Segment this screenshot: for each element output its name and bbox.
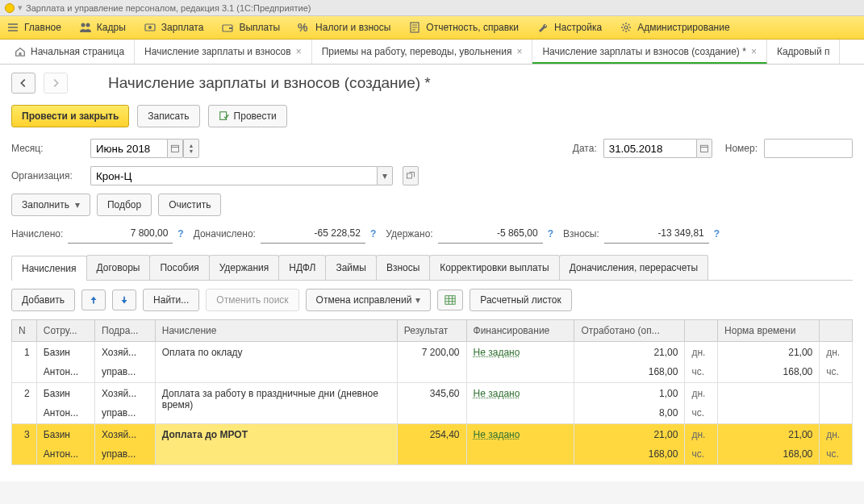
not-set-link[interactable]: Не задано [474,429,520,440]
cell-worked[interactable]: 1,008,00 [574,383,685,424]
menu-admin[interactable]: Администрирование [620,21,729,34]
help-icon[interactable]: ? [714,228,720,240]
number-input[interactable] [764,139,853,158]
cell-accrual[interactable]: Доплата до МРОТ [155,424,397,465]
accrued-label: Начислено: [11,228,63,240]
cell-n[interactable]: 1 [12,342,37,383]
find-button[interactable]: Найти... [143,289,199,311]
org-input[interactable] [90,166,377,185]
menu-otchetnost[interactable]: Отчетность, справки [408,21,519,34]
menu-nastroika[interactable]: Настройка [536,21,602,34]
cell-worked[interactable]: 21,00168,00 [574,424,685,465]
section-tab[interactable]: НДФЛ [278,255,326,280]
org-dropdown-button[interactable]: ▾ [377,166,393,185]
tab-home[interactable]: Начальная страница [5,40,135,64]
cell-accrual[interactable]: Оплата по окладу [155,342,397,383]
menu-vyplaty[interactable]: Выплаты [221,21,280,34]
column-header[interactable]: Отработано (оп... [574,320,685,342]
pick-button[interactable]: Подбор [97,194,152,216]
column-header[interactable]: Подра... [95,320,156,342]
cell-employee[interactable]: БазинАнтон... [36,383,94,424]
not-set-link[interactable]: Не задано [474,347,520,358]
section-tab[interactable]: Пособия [149,255,209,280]
cell-financing[interactable]: Не задано [466,342,574,383]
cell-norm[interactable]: 21,00168,00 [718,342,820,383]
payslip-button[interactable]: Расчетный листок [470,289,571,311]
cell-norm[interactable]: 21,00168,00 [718,424,820,465]
chevron-down-icon[interactable]: ▾ [18,2,23,13]
tab-payroll-create[interactable]: Начисление зарплаты и взносов (создание)… [532,40,766,64]
move-up-button[interactable] [81,289,106,310]
date-picker-button[interactable] [696,139,712,158]
cell-department[interactable]: Хозяй...управ... [95,342,156,383]
column-header[interactable] [685,320,718,342]
column-header[interactable]: Начисление [155,320,397,342]
close-icon[interactable]: × [751,46,757,57]
add-row-button[interactable]: Добавить [11,289,75,311]
accrued-value: 7 800,00 [68,224,173,244]
grid-mode-button[interactable] [437,289,463,310]
section-tab[interactable]: Взносы [376,255,430,280]
table-row[interactable]: 3БазинАнтон...Хозяй...управ...Доплата до… [12,424,853,465]
cancel-fix-button[interactable]: Отмена исправлений ▾ [306,289,432,311]
cell-department[interactable]: Хозяй...управ... [95,383,156,424]
month-spinner[interactable]: ▲▼ [183,139,199,158]
cell-financing[interactable]: Не задано [466,424,574,465]
column-header[interactable]: Результат [397,320,466,342]
tab-payroll-list[interactable]: Начисление зарплаты и взносов × [135,40,312,64]
column-header[interactable]: N [12,320,37,342]
help-icon[interactable]: ? [177,228,183,240]
cell-employee[interactable]: БазинАнтон... [36,424,94,465]
tab-label: Кадровый п [777,46,830,57]
cell-norm[interactable] [718,383,820,424]
not-set-link[interactable]: Не задано [474,388,520,399]
cell-financing[interactable]: Не задано [466,383,574,424]
org-open-button[interactable] [403,166,419,185]
section-tab[interactable]: Корректировки выплаты [429,255,559,280]
column-header[interactable] [820,320,853,342]
post-and-close-button[interactable]: Провести и закрыть [11,105,129,127]
cancel-find-button[interactable]: Отменить поиск [206,289,298,311]
section-tab[interactable]: Начисления [11,256,87,281]
close-icon[interactable]: × [516,46,522,57]
section-tab[interactable]: Доначисления, перерасчеты [559,255,708,280]
menu-kadry[interactable]: Кадры [79,21,126,34]
svg-point-7 [624,26,628,29]
cell-result[interactable]: 345,60 [397,383,466,424]
cell-result[interactable]: 254,40 [397,424,466,465]
menu-burger[interactable]: Главное [6,21,61,34]
cell-employee[interactable]: БазинАнтон... [36,342,94,383]
close-icon[interactable]: × [296,46,302,57]
cell-result[interactable]: 7 200,00 [397,342,466,383]
cell-n[interactable]: 3 [12,424,37,465]
menu-zarplata[interactable]: Зарплата [144,21,204,34]
fill-button[interactable]: Заполнить ▾ [11,194,90,216]
column-header[interactable]: Финансирование [466,320,574,342]
cell-accrual[interactable]: Доплата за работу в праздничные дни (дне… [155,383,397,424]
column-header[interactable]: Сотру... [36,320,94,342]
tab-kadrovy[interactable]: Кадровый п [767,40,841,64]
help-icon[interactable]: ? [548,228,553,240]
section-tab[interactable]: Займы [325,255,377,280]
post-button[interactable]: Провести [208,105,287,127]
section-tab[interactable]: Удержания [209,255,280,280]
clear-button[interactable]: Очистить [158,194,221,216]
table-row[interactable]: 2БазинАнтон...Хозяй...управ...Доплата за… [12,383,853,424]
table-row[interactable]: 1БазинАнтон...Хозяй...управ...Оплата по … [12,342,853,383]
forward-button[interactable] [44,73,68,94]
cell-department[interactable]: Хозяй...управ... [95,424,156,465]
save-button[interactable]: Записать [137,105,199,127]
main-menu: Главное Кадры Зарплата Выплаты % Налоги … [0,16,864,40]
cell-worked[interactable]: 21,00168,00 [574,342,685,383]
month-picker-button[interactable] [167,139,183,158]
menu-nalogi[interactable]: % Налоги и взносы [298,21,390,34]
column-header[interactable]: Норма времени [718,320,820,342]
cell-n[interactable]: 2 [12,383,37,424]
tab-personnel[interactable]: Приемы на работу, переводы, увольнения × [312,40,533,64]
help-icon[interactable]: ? [370,228,376,240]
date-input[interactable] [603,139,696,158]
move-down-button[interactable] [112,289,136,310]
back-button[interactable] [11,73,35,94]
section-tab[interactable]: Договоры [86,255,151,280]
month-input[interactable] [90,139,167,158]
